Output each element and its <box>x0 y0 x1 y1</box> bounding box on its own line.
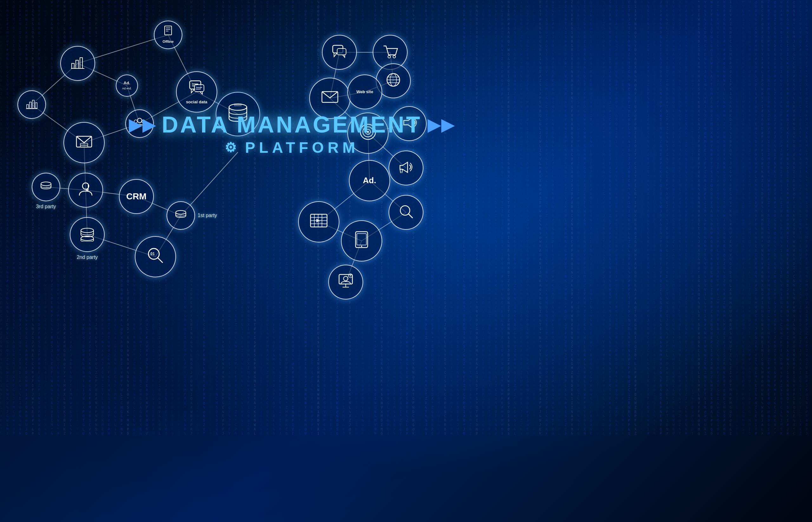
gear-icon: ⚙ <box>225 140 240 155</box>
globe-icon <box>385 72 401 90</box>
main-content: 01010101 01010101 ▶▶ DATA MANAGEMENT ▶▶ … <box>0 0 812 522</box>
2nd-party-icon <box>79 226 95 244</box>
chat-right-icon <box>331 43 347 61</box>
person-data-node <box>68 173 103 207</box>
svg-rect-97 <box>357 234 366 245</box>
svg-rect-56 <box>32 100 34 108</box>
svg-point-63 <box>176 210 186 214</box>
3rd-party-label: 3rd party <box>36 204 56 209</box>
svg-rect-53 <box>80 143 88 145</box>
user-screen-icon <box>338 273 354 291</box>
main-title: DATA MANAGEMENT <box>162 112 422 138</box>
3rd-party-node: 3rd party <box>32 173 60 201</box>
social-data-icon <box>188 78 206 98</box>
ad-network-icon: Ad.Ad.▪Ad. <box>121 79 133 92</box>
svg-rect-70 <box>337 48 346 55</box>
email-right-icon <box>321 88 339 109</box>
user-screen-node <box>328 265 363 300</box>
1st-party-label: 1st party <box>198 213 217 218</box>
crm-icon: CRM <box>125 190 148 203</box>
left-arrows: ▶▶ <box>129 116 156 134</box>
ad-right-node: Ad. <box>349 160 390 201</box>
chart-bar-node <box>60 46 95 81</box>
website-node: Web site <box>347 75 382 109</box>
chat-right-node <box>322 35 357 70</box>
svg-rect-57 <box>35 103 37 108</box>
social-data-label: social data <box>185 98 208 106</box>
tablet-icon <box>352 230 371 251</box>
search-right-node <box>389 195 423 230</box>
svg-line-85 <box>402 169 403 173</box>
2nd-party-label: 2nd party <box>77 255 98 260</box>
center-title: ▶▶ DATA MANAGEMENT ▶▶ ⚙ PLATFORM <box>129 112 455 156</box>
ad-right-icon: Ad. <box>362 174 378 187</box>
website-icon: Web site <box>355 88 374 96</box>
svg-rect-45 <box>194 85 204 92</box>
svg-rect-35 <box>76 60 78 68</box>
person-data-icon <box>78 182 93 199</box>
search-right-icon <box>398 203 414 222</box>
svg-text:01: 01 <box>150 252 155 256</box>
svg-rect-55 <box>30 102 32 108</box>
video-icon <box>309 211 328 233</box>
1st-party-node: 1st party <box>167 201 195 230</box>
tablet-node <box>341 220 382 261</box>
analytics-node <box>17 90 46 119</box>
offline-label: Offline <box>161 38 175 45</box>
analytics-icon <box>25 98 38 112</box>
svg-text:01010101: 01010101 <box>234 105 241 106</box>
cart-icon <box>382 43 398 61</box>
svg-rect-36 <box>80 58 82 68</box>
svg-point-100 <box>344 276 348 281</box>
svg-line-105 <box>350 275 351 276</box>
svg-point-64 <box>81 228 94 233</box>
svg-rect-34 <box>72 63 74 68</box>
3rd-party-icon <box>40 180 52 194</box>
svg-point-72 <box>393 56 395 58</box>
offline-icon <box>162 25 174 38</box>
email-left-node <box>63 122 105 163</box>
ad-network-node: Ad.Ad.▪Ad. <box>116 75 138 97</box>
video-node <box>298 201 340 242</box>
social-data-node: social data <box>176 71 217 113</box>
svg-line-87 <box>408 214 413 218</box>
right-arrows: ▶▶ <box>428 116 455 134</box>
svg-line-67 <box>158 258 163 263</box>
sub-title: ⚙ PLATFORM <box>129 139 455 156</box>
svg-rect-54 <box>27 105 28 108</box>
svg-point-98 <box>361 246 362 247</box>
svg-line-84 <box>400 169 401 173</box>
2nd-party-node: 2nd party <box>70 217 105 252</box>
offline-node: Offline <box>154 21 182 49</box>
svg-point-71 <box>388 56 390 58</box>
search-data-node: 01 <box>135 236 176 277</box>
email-left-icon <box>75 133 93 153</box>
svg-point-62 <box>86 189 89 191</box>
crm-node: CRM <box>119 179 154 214</box>
svg-rect-38 <box>165 26 172 35</box>
search-data-icon: 01 <box>146 246 165 267</box>
megaphone-icon <box>398 159 414 177</box>
1st-party-icon <box>174 208 187 223</box>
svg-point-59 <box>41 182 51 186</box>
chart-bar-icon <box>70 55 85 73</box>
